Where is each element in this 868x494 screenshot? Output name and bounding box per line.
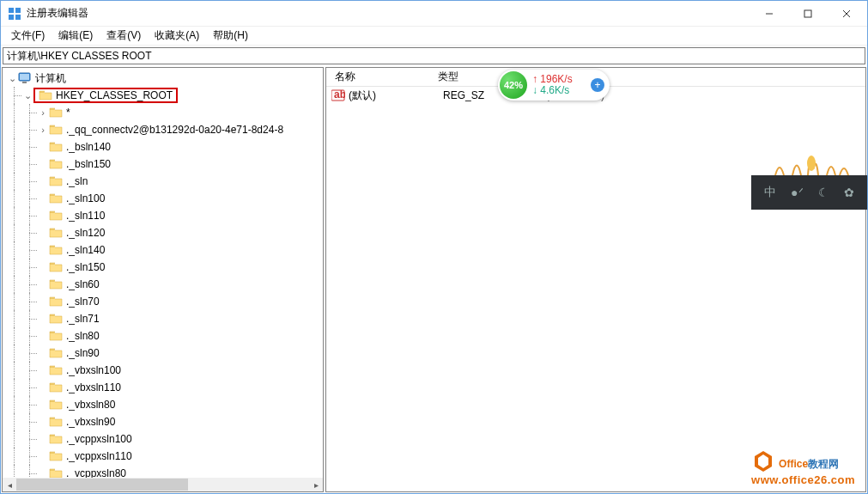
side-toolbar-widget[interactable]: 中 ●ᐟ ☾ ✿ [751,151,867,211]
folder-icon [49,192,63,204]
tree-key-selected[interactable]: ⌄HKEY_CLASSES_ROOT [3,87,323,104]
menu-bar: 文件(F) 编辑(E) 查看(V) 收藏夹(A) 帮助(H) [1,27,867,46]
tree-key[interactable]: ._sln120 [3,224,323,241]
computer-icon [18,72,32,84]
tree-key[interactable]: ._vbxsln90 [3,413,323,430]
tree-key-label: ._sln100 [66,192,105,204]
scroll-left-arrow[interactable]: ◂ [3,478,16,491]
tree-key[interactable]: ._sln140 [3,241,323,259]
expand-icon[interactable]: › [37,107,49,118]
tree-key-label: ._vbxsln80 [66,399,115,411]
address-text: 计算机\HKEY CLASSES ROOT [7,49,152,64]
punct-icon[interactable]: ●ᐟ [791,186,803,199]
gear-icon[interactable]: ✿ [844,186,854,199]
tree-key[interactable]: ._sln71 [3,310,323,327]
tree-key[interactable]: ._sln70 [3,293,323,310]
folder-icon [49,433,63,445]
moon-icon[interactable]: ☾ [818,186,829,199]
close-button[interactable] [827,2,865,26]
folder-icon [49,107,63,119]
watermark-logo-icon [751,449,775,473]
tree-key[interactable]: ._vbxsln100 [3,362,323,379]
tree-pane: ⌄计算机⌄HKEY_CLASSES_ROOT›*›._qq_connectv2@… [2,67,324,492]
column-name[interactable]: 名称 [326,70,429,84]
app-icon [8,7,21,21]
address-bar[interactable]: 计算机\HKEY CLASSES ROOT [3,47,865,64]
folder-icon [49,261,63,273]
watermark-brand1: Office [779,458,808,470]
horizontal-scrollbar[interactable]: ◂ ▸ [3,478,323,491]
folder-icon [49,347,63,359]
folder-icon [49,399,63,411]
folder-icon [49,450,63,462]
tree-key[interactable]: ._vcppxsln100 [3,430,323,448]
tree-key-label: ._vcppxsln110 [66,450,132,462]
tree-key[interactable]: ._bsln150 [3,156,323,173]
watermark: Office教程网 www.office26.com [751,449,855,486]
expand-icon[interactable]: › [37,125,49,135]
menu-edit[interactable]: 编辑(E) [52,27,100,45]
download-speed: 4.6K/s [540,84,569,96]
tree-key[interactable]: ._sln90 [3,345,323,362]
menu-favorites[interactable]: 收藏夹(A) [148,27,206,45]
tree-key[interactable]: ._sln100 [3,190,323,207]
folder-icon [49,313,63,325]
tree-key[interactable]: ._bsln140 [3,138,323,156]
menu-help[interactable]: 帮助(H) [206,27,255,45]
collapse-icon[interactable]: ⌄ [21,90,33,101]
folder-icon [49,381,63,393]
folder-icon [49,210,63,222]
folder-icon [39,89,52,101]
tree-key-label: ._sln80 [66,330,100,342]
tree-key[interactable]: ._sln110 [3,207,323,224]
tree-key[interactable]: ._sln150 [3,259,323,276]
tree-key[interactable]: ._sln [3,173,323,190]
tree-key[interactable]: ._vbxsln110 [3,379,323,396]
minimize-button[interactable] [750,2,788,26]
folder-icon [49,296,63,308]
tree-scroll[interactable]: ⌄计算机⌄HKEY_CLASSES_ROOT›*›._qq_connectv2@… [3,68,323,478]
tree-key[interactable]: ._sln60 [3,276,323,293]
svg-rect-10 [22,82,27,83]
tree-key[interactable]: ._vbxsln80 [3,396,323,413]
folder-icon [49,227,63,239]
tree-key-label: ._sln70 [66,296,100,308]
tree-key-label: ._sln150 [66,261,105,273]
collapse-icon[interactable]: ⌄ [6,73,18,84]
tree-key-label: ._qq_connectv2@b131292d-0a20-4e71-8d24-8 [66,124,283,136]
tree-key-label: HKEY_CLASSES_ROOT [56,89,173,101]
network-speed-widget[interactable]: 42% ↑ 196K/s ↓ 4.6K/s + [498,70,610,101]
watermark-url: www.office26.com [751,473,855,486]
folder-icon [49,330,63,342]
tree-key[interactable]: ›._qq_connectv2@b131292d-0a20-4e71-8d24-… [3,121,323,138]
menu-file[interactable]: 文件(F) [4,27,52,45]
svg-rect-0 [9,8,14,13]
tree-key-label: ._vbxsln90 [66,416,115,428]
tree-key-label: ._vcppxsln80 [66,467,126,478]
svg-rect-3 [15,15,21,20]
ime-icon[interactable]: 中 [764,185,776,200]
folder-icon [49,158,63,170]
tree-key[interactable]: ._sln80 [3,327,323,345]
tree-key-label: ._sln140 [66,244,105,256]
tree-key[interactable]: ._vcppxsln80 [3,465,323,478]
menu-view[interactable]: 查看(V) [100,27,148,45]
maximize-button[interactable] [788,2,827,26]
scroll-thumb[interactable] [16,479,188,491]
tree-key-label: ._bsln140 [66,141,111,153]
scroll-right-arrow[interactable]: ▸ [309,478,323,491]
tree-root[interactable]: ⌄计算机 [3,70,323,87]
main-area: ⌄计算机⌄HKEY_CLASSES_ROOT›*›._qq_connectv2@… [1,66,867,493]
folder-icon [49,416,63,428]
scroll-track[interactable] [16,478,309,491]
tree-key[interactable]: ._vcppxsln110 [3,448,323,465]
tree-key-label: ._sln110 [66,210,105,222]
folder-icon [49,244,63,256]
tree-key-label: ._sln71 [66,313,100,325]
list-pane: 名称 类型 ab (默认) REG_SZ (数值未设置) 42% ↑ 196K/… [325,67,866,492]
tree-key[interactable]: ›* [3,104,323,121]
tree-root-label: 计算机 [35,71,66,86]
folder-icon [49,175,63,187]
plus-icon[interactable]: + [591,78,604,92]
tree-key-label: ._vcppxsln100 [66,433,132,445]
